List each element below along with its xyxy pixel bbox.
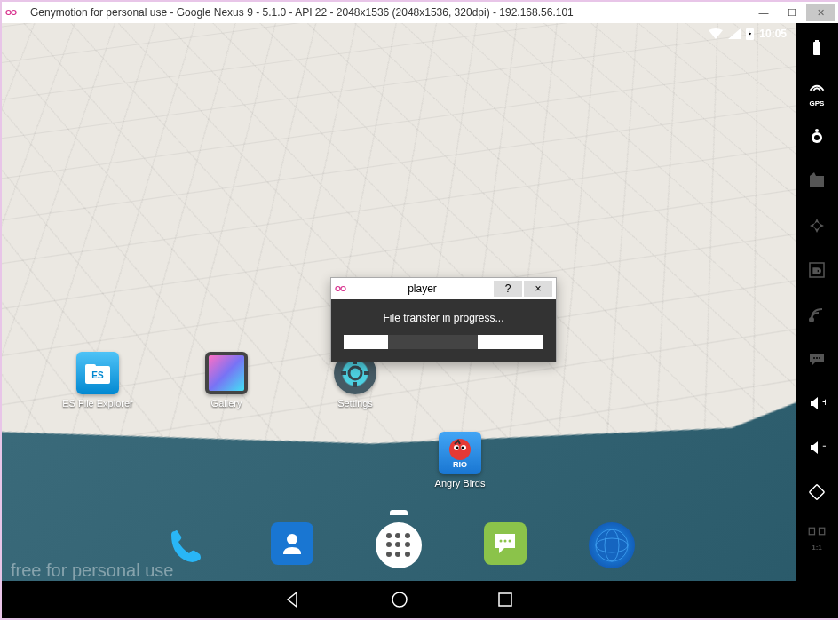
rotate-button[interactable] xyxy=(804,480,829,505)
svg-rect-41 xyxy=(810,485,825,500)
svg-point-34 xyxy=(810,318,813,322)
es-file-explorer-icon: ES xyxy=(76,352,119,394)
network-widget-button[interactable] xyxy=(804,302,829,327)
dialog-title: player xyxy=(353,282,492,295)
svg-point-30 xyxy=(815,129,819,132)
svg-text:−: − xyxy=(822,440,826,452)
sms-button[interactable] xyxy=(804,346,829,371)
dialog-titlebar[interactable]: OO player ? × xyxy=(331,278,556,299)
capture-widget-button[interactable] xyxy=(804,169,829,194)
identifier-button[interactable]: ID xyxy=(804,258,829,282)
dialog-help-button[interactable]: ? xyxy=(494,281,522,297)
svg-rect-26 xyxy=(813,42,820,55)
pixel-perfect-button[interactable]: 1:1 xyxy=(804,524,829,549)
svg-rect-42 xyxy=(809,528,814,535)
gps-widget-button[interactable]: GPS xyxy=(804,80,829,105)
device-screen[interactable]: 10:05 ES ES File Explorer Gallery xyxy=(2,23,796,618)
svg-point-19 xyxy=(509,540,511,543)
app-es-file-explorer[interactable]: ES ES File Explorer xyxy=(71,352,124,409)
wifi-icon xyxy=(709,28,723,39)
svg-rect-25 xyxy=(499,593,511,606)
svg-text:+: + xyxy=(822,396,826,409)
transfer-message: File transfer in progress... xyxy=(344,312,543,324)
svg-point-36 xyxy=(813,357,815,359)
volume-up-button[interactable]: + xyxy=(804,391,829,416)
camera-widget-button[interactable] xyxy=(804,124,829,149)
battery-widget-button[interactable] xyxy=(804,36,829,60)
genymotion-icon: OO xyxy=(335,284,353,293)
app-label: ES File Explorer xyxy=(62,398,132,409)
remote-control-button[interactable] xyxy=(804,213,829,238)
signal-icon xyxy=(728,28,741,39)
titlebar: OO Genymotion for personal use - Google … xyxy=(2,2,838,23)
dock-all-apps[interactable] xyxy=(376,522,422,568)
main-window: OO Genymotion for personal use - Google … xyxy=(0,0,840,620)
status-time: 10:05 xyxy=(759,28,787,40)
svg-rect-7 xyxy=(353,382,357,387)
svg-rect-8 xyxy=(341,371,346,375)
app-label: Angry Birds xyxy=(435,478,486,489)
svg-text:RIO: RIO xyxy=(453,460,467,469)
svg-rect-27 xyxy=(815,40,819,42)
close-button[interactable]: ✕ xyxy=(806,4,835,21)
svg-point-10 xyxy=(449,439,471,460)
svg-text:ES: ES xyxy=(91,370,104,380)
nav-back[interactable] xyxy=(284,591,302,608)
dock-browser[interactable] xyxy=(589,522,635,568)
app-label: Settings xyxy=(337,398,373,409)
watermark: free for personal use xyxy=(11,560,173,581)
svg-point-16 xyxy=(287,534,297,544)
android-nav-bar xyxy=(2,581,796,618)
svg-rect-31 xyxy=(810,176,824,187)
svg-rect-3 xyxy=(85,364,96,370)
svg-rect-1 xyxy=(749,28,751,28)
volume-down-button[interactable]: − xyxy=(804,435,829,460)
dialog-close-button[interactable]: × xyxy=(524,281,552,297)
maximize-button[interactable]: ☐ xyxy=(778,4,806,21)
svg-point-38 xyxy=(819,357,820,359)
app-gallery[interactable]: Gallery xyxy=(200,352,253,409)
angry-birds-icon: RIO xyxy=(439,432,481,474)
svg-point-17 xyxy=(500,540,503,543)
svg-rect-9 xyxy=(364,371,369,375)
genymotion-icon: OO xyxy=(5,8,23,17)
svg-point-14 xyxy=(462,447,464,449)
svg-point-37 xyxy=(816,357,818,359)
svg-point-24 xyxy=(392,592,407,607)
file-transfer-dialog: OO player ? × File transfer in progress.… xyxy=(330,277,557,362)
svg-point-13 xyxy=(456,447,459,449)
battery-charging-icon xyxy=(746,28,754,40)
svg-text:ID: ID xyxy=(813,266,822,275)
svg-point-18 xyxy=(504,540,507,543)
app-label: Gallery xyxy=(211,398,242,409)
genymotion-toolbar: GPS ID + − xyxy=(796,23,838,618)
svg-point-29 xyxy=(814,135,820,140)
nav-recent[interactable] xyxy=(497,592,513,608)
gallery-icon xyxy=(205,352,248,394)
apps-grid-icon xyxy=(386,533,411,558)
svg-rect-43 xyxy=(820,528,825,535)
svg-point-5 xyxy=(349,367,361,379)
dock-contacts[interactable] xyxy=(271,522,313,565)
android-status-bar[interactable]: 10:05 xyxy=(2,23,796,44)
transfer-progress-bar xyxy=(344,335,543,349)
minimize-button[interactable]: — xyxy=(749,4,778,21)
dock-messages[interactable] xyxy=(484,522,527,565)
nav-home[interactable] xyxy=(391,591,408,608)
window-title: Genymotion for personal use - Google Nex… xyxy=(23,6,749,19)
app-angry-birds[interactable]: RIO Angry Birds xyxy=(433,432,487,489)
